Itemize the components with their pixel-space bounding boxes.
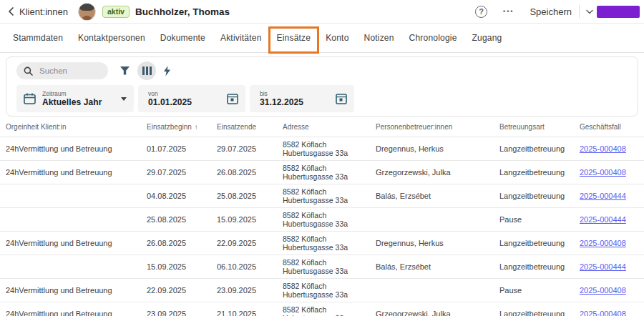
table-row[interactable]: 24hVermittlung und Betreuung 26.08.2025 … bbox=[0, 232, 644, 255]
user-menu-redacted[interactable] bbox=[597, 6, 640, 18]
cell-adresse: 8582 Köflach Hubertusgasse 33a bbox=[283, 164, 376, 182]
more-menu-icon[interactable]: ••• bbox=[503, 8, 514, 15]
filter-card: Zeitraum Aktuelles Jahr von 01.01.2025 b… bbox=[6, 56, 638, 117]
case-link[interactable]: 2025-000408 bbox=[580, 286, 626, 295]
cell-orgeinheit: 24hVermittlung und Betreuung bbox=[6, 286, 147, 295]
table-row[interactable]: 24hVermittlung und Betreuung 01.07.2025 … bbox=[0, 137, 644, 161]
cell-betreuungsart: Pause bbox=[499, 215, 580, 224]
table-row[interactable]: 24hVermittlung und Betreuung 23.09.2025 … bbox=[0, 302, 644, 316]
back-chevron-icon[interactable] bbox=[7, 6, 16, 16]
col-personenbetreuer[interactable]: Personenbetreuer:innen bbox=[376, 123, 499, 131]
cell-personenbetreuer: Grzegorzewski, Julka bbox=[376, 310, 499, 316]
cell-personenbetreuer: Balás, Erzsébet bbox=[376, 262, 499, 271]
cell-personenbetreuer: Dregennus, Herkus bbox=[376, 144, 499, 153]
cell-orgeinheit: 24hVermittlung und Betreuung bbox=[6, 239, 147, 247]
cell-geschaeftsfall: 2025-000408 bbox=[580, 310, 644, 316]
help-icon[interactable]: ? bbox=[475, 6, 487, 18]
address-line1: 8582 Köflach bbox=[283, 234, 370, 244]
address-line1: 8582 Köflach bbox=[283, 258, 370, 267]
tab[interactable]: Einsätze bbox=[277, 33, 311, 43]
lightning-icon[interactable] bbox=[163, 66, 171, 76]
cell-einsatzbeginn: 04.08.2025 bbox=[147, 192, 217, 200]
zeitraum-select[interactable]: Zeitraum Aktuelles Jahr bbox=[16, 85, 134, 112]
cell-adresse: 8582 Köflach Hubertusgasse 33a bbox=[283, 211, 376, 229]
tab[interactable]: Dokumente bbox=[160, 33, 205, 43]
cell-orgeinheit: 24hVermittlung und Betreuung bbox=[6, 144, 147, 153]
cell-betreuungsart: Langzeitbetreuung bbox=[499, 310, 580, 316]
cell-einsatzbeginn: 25.08.2025 bbox=[147, 215, 217, 224]
cell-betreuungsart: Langzeitbetreuung bbox=[499, 239, 580, 247]
case-link[interactable]: 2025-000408 bbox=[580, 310, 626, 316]
cell-betreuungsart: Langzeitbetreuung bbox=[499, 168, 580, 177]
tab[interactable]: Notizen bbox=[364, 33, 394, 43]
von-date-field[interactable]: von 01.01.2025 bbox=[138, 85, 245, 112]
table-row[interactable]: 15.09.2025 06.10.2025 8582 Köflach Huber… bbox=[0, 255, 644, 279]
cell-einsatzbeginn: 29.07.2025 bbox=[147, 168, 217, 177]
cell-einsatzende: 06.10.2025 bbox=[217, 262, 283, 271]
tab[interactable]: Zugang bbox=[472, 33, 502, 43]
zeitraum-value: Aktuelles Jahr bbox=[42, 97, 117, 107]
search-input[interactable] bbox=[38, 66, 101, 76]
cell-einsatzbeginn: 15.09.2025 bbox=[147, 262, 217, 271]
tab[interactable]: Stammdaten bbox=[13, 33, 63, 43]
cell-einsatzende: 21.10.2025 bbox=[217, 310, 283, 316]
col-betreuungsart[interactable]: Betreuungsart bbox=[499, 123, 580, 131]
table-body: 24hVermittlung und Betreuung 01.07.2025 … bbox=[0, 137, 644, 316]
col-geschaeftsfall[interactable]: Geschäftsfall bbox=[580, 123, 644, 131]
tab[interactable]: Aktivitäten bbox=[220, 33, 262, 43]
columns-bars bbox=[142, 66, 152, 75]
cell-adresse: 8582 Köflach Hubertusgasse 33a bbox=[283, 282, 376, 300]
client-header: Klient:innen aktiv Buchholzer, Thomas ? … bbox=[0, 0, 644, 24]
search-field[interactable] bbox=[16, 62, 108, 79]
tab[interactable]: Chronologie bbox=[409, 33, 457, 43]
client-avatar bbox=[78, 3, 96, 21]
von-label: von bbox=[148, 90, 227, 97]
breadcrumb-clients[interactable]: Klient:innen bbox=[19, 6, 68, 17]
cell-geschaeftsfall: 2025-000444 bbox=[580, 262, 644, 271]
cell-einsatzende: 15.09.2025 bbox=[217, 215, 283, 224]
table-header: Orgeinheit Klient:in Einsatzbeginn↑ Eins… bbox=[0, 117, 644, 137]
filter-funnel-icon[interactable] bbox=[119, 66, 130, 76]
cell-adresse: 8582 Köflach Hubertusgasse 33a bbox=[283, 305, 376, 316]
table-row[interactable]: 25.08.2025 15.09.2025 8582 Köflach Huber… bbox=[0, 208, 644, 232]
sort-asc-icon: ↑ bbox=[195, 123, 198, 131]
bis-value: 31.12.2025 bbox=[260, 97, 336, 107]
tab-bar: StammdatenKontaktpersonenDokumenteAktivi… bbox=[0, 24, 644, 53]
col-einsatzende[interactable]: Einsatzende bbox=[217, 123, 283, 131]
case-link[interactable]: 2025-000444 bbox=[580, 262, 626, 271]
col-adresse[interactable]: Adresse bbox=[283, 123, 376, 131]
cell-geschaeftsfall: 2025-000408 bbox=[580, 168, 644, 177]
datepicker-icon[interactable] bbox=[336, 93, 347, 104]
chevron-down-icon[interactable] bbox=[586, 9, 593, 14]
columns-toggle-icon[interactable] bbox=[137, 61, 156, 80]
cell-einsatzende: 26.08.2025 bbox=[217, 168, 283, 177]
cell-geschaeftsfall: 2025-000408 bbox=[580, 144, 644, 153]
tab[interactable]: Konto bbox=[326, 33, 348, 43]
bis-label: bis bbox=[260, 90, 336, 97]
cell-adresse: 8582 Köflach Hubertusgasse 33a bbox=[283, 258, 376, 276]
table-row[interactable]: 24hVermittlung und Betreuung 22.09.2025 … bbox=[0, 279, 644, 302]
datepicker-icon[interactable] bbox=[227, 93, 238, 104]
case-link[interactable]: 2025-000408 bbox=[580, 168, 626, 177]
zeitraum-label: Zeitraum bbox=[42, 90, 117, 97]
case-link[interactable]: 2025-000408 bbox=[580, 239, 626, 247]
col-einsatzbeginn[interactable]: Einsatzbeginn↑ bbox=[147, 123, 217, 131]
save-button[interactable]: Speichern bbox=[530, 6, 572, 17]
col-orgeinheit[interactable]: Orgeinheit Klient:in bbox=[6, 123, 147, 131]
case-link[interactable]: 2025-000408 bbox=[580, 144, 626, 153]
table-row[interactable]: 24hVermittlung und Betreuung 29.07.2025 … bbox=[0, 161, 644, 184]
table-row[interactable]: 04.08.2025 25.08.2025 8582 Köflach Huber… bbox=[0, 184, 644, 208]
tab[interactable]: Kontaktpersonen bbox=[78, 33, 145, 43]
address-line1: 8582 Köflach bbox=[283, 140, 370, 149]
cell-personenbetreuer: Grzegorzewski, Julka bbox=[376, 168, 499, 177]
cell-einsatzende: 22.09.2025 bbox=[217, 239, 283, 247]
address-line2: Hubertusgasse 33a bbox=[283, 172, 370, 182]
divider bbox=[579, 5, 580, 18]
cell-adresse: 8582 Köflach Hubertusgasse 33a bbox=[283, 140, 376, 158]
cell-betreuungsart: Langzeitbetreuung bbox=[499, 262, 580, 271]
cell-betreuungsart: Pause bbox=[499, 286, 580, 295]
case-link[interactable]: 2025-000444 bbox=[580, 192, 626, 200]
einsaetze-table: Orgeinheit Klient:in Einsatzbeginn↑ Eins… bbox=[0, 117, 644, 316]
bis-date-field[interactable]: bis 31.12.2025 bbox=[250, 85, 354, 112]
case-link[interactable]: 2025-000444 bbox=[580, 215, 626, 224]
